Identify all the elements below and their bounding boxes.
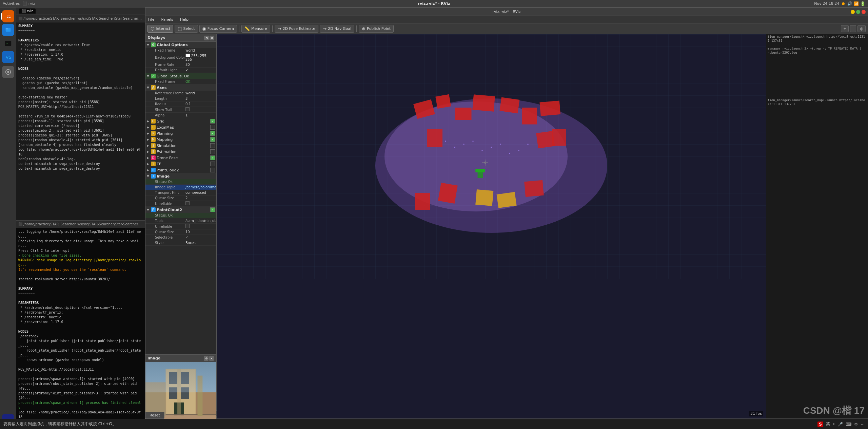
status-expand: ▼ bbox=[147, 74, 151, 78]
image-panel-undock[interactable]: ⎋ bbox=[204, 356, 209, 361]
toolbar-extra-3[interactable]: ◎ bbox=[857, 25, 866, 32]
toolbar-interact[interactable]: ⬡ Interact bbox=[147, 25, 173, 33]
cn-tool-keyboard[interactable]: ⌨ bbox=[846, 422, 851, 427]
panel-close[interactable]: × bbox=[210, 36, 214, 40]
cn-tool-more[interactable]: ⋯ bbox=[861, 422, 865, 427]
toolbar-nav-goal[interactable]: → 2D Nav Goal bbox=[320, 25, 354, 33]
dock-icon-firefox[interactable]: 🦊 bbox=[2, 10, 14, 22]
axes-header[interactable]: ▼ A Axes bbox=[145, 85, 216, 91]
image-row[interactable]: ▼ I Image bbox=[145, 173, 216, 179]
pc2-status-prop[interactable]: Status: Ok bbox=[145, 213, 216, 218]
maximize-button[interactable] bbox=[856, 10, 860, 14]
terminal-tab-1[interactable]: ⬛ rviz bbox=[19, 8, 36, 14]
terminal1-path: ⬛ /home/practice/STAR_Searcher_ws/src/ST… bbox=[18, 17, 143, 20]
simulation-check[interactable] bbox=[210, 143, 215, 148]
dock-icon-terminal[interactable]: >_ bbox=[2, 37, 14, 50]
grid-check[interactable]: ✓ bbox=[210, 119, 215, 124]
pc2-selectable-prop[interactable]: Selectable ✓ bbox=[145, 235, 216, 240]
global-options-header[interactable]: ▼ G Global Options bbox=[145, 42, 216, 48]
displays-content[interactable]: ▼ G Global Options Fixed Frame world Bac… bbox=[145, 42, 216, 408]
mapping-row[interactable]: ▶ M Mapping ✓ bbox=[145, 136, 216, 143]
pc2-check-2[interactable]: ✓ bbox=[210, 207, 215, 212]
cn-tool-s[interactable]: S bbox=[817, 422, 823, 427]
cn-tool-en[interactable]: 英 bbox=[826, 421, 830, 427]
toolbar-measure[interactable]: 📏 Measure bbox=[241, 25, 270, 33]
pointcloud2-row-2[interactable]: ▼ P PointCloud2 ✓ bbox=[145, 207, 216, 213]
mapping-check[interactable]: ✓ bbox=[210, 137, 215, 142]
3d-viewport[interactable]: 31 fps bbox=[217, 34, 766, 418]
publish-icon: ⊕ bbox=[362, 26, 366, 31]
show-trail-prop[interactable]: Show Trail bbox=[145, 107, 216, 113]
planning-row[interactable]: ▶ P Planning ✓ bbox=[145, 130, 216, 136]
estimation-check[interactable] bbox=[210, 149, 215, 154]
dock-icon-system[interactable] bbox=[2, 66, 14, 78]
pc2-style-prop[interactable]: Style Boxes bbox=[145, 240, 216, 246]
panel-undock[interactable]: ⎋ bbox=[204, 36, 209, 40]
svg-rect-27 bbox=[145, 362, 216, 392]
global-status-row[interactable]: ▼ ✓ Global Status: Ok bbox=[145, 73, 216, 79]
background-color-prop[interactable]: Background Color 255; 255; 255 bbox=[145, 53, 216, 62]
planning-icon: P bbox=[151, 131, 156, 136]
default-light-prop[interactable]: Default Light ✓ bbox=[145, 68, 216, 73]
tf-check[interactable] bbox=[210, 162, 215, 166]
cn-tool-settings[interactable]: ⚙ bbox=[854, 422, 858, 427]
pc2-topic-prop[interactable]: Topic /cam_lidar/min_obs... bbox=[145, 218, 216, 224]
svg-text:VS: VS bbox=[5, 55, 11, 60]
menu-panels[interactable]: Panels bbox=[160, 17, 174, 22]
nav-icon: → bbox=[323, 26, 327, 31]
dock-icon-files[interactable] bbox=[2, 24, 14, 36]
image-panel-title: Image bbox=[147, 356, 160, 360]
pointcloud2-row-1[interactable]: ▶ P PointCloud2 bbox=[145, 167, 216, 173]
status-icon: ✓ bbox=[151, 74, 156, 78]
drone-pose-row[interactable]: ▶ D Drone Pose ✓ bbox=[145, 155, 216, 161]
dock-icon-vscode[interactable]: VS bbox=[2, 51, 14, 63]
planning-check[interactable]: ✓ bbox=[210, 131, 215, 136]
reference-frame-prop[interactable]: Reference Frame world bbox=[145, 91, 216, 96]
frame-rate-prop[interactable]: Frame Rate 30 bbox=[145, 62, 216, 68]
length-prop[interactable]: Length 3 bbox=[145, 96, 216, 101]
estimation-row[interactable]: ▶ E Estimation bbox=[145, 149, 216, 155]
right-log-3: manager rviz.launch 2> >(grep -v TF_REPE… bbox=[768, 47, 866, 51]
localmap-row[interactable]: ▶ L LocalMap bbox=[145, 124, 216, 130]
pc2-unreliable-prop[interactable]: Unreliable bbox=[145, 224, 216, 229]
grid-label: Grid bbox=[157, 119, 210, 124]
image-panel-close[interactable]: × bbox=[209, 356, 214, 361]
transport-hint-prop[interactable]: Transport Hint compressed bbox=[145, 190, 216, 195]
toolbar-extra-1[interactable]: + bbox=[841, 25, 849, 32]
tf-row[interactable]: ▶ T TF bbox=[145, 161, 216, 167]
right-log-2 bbox=[768, 43, 866, 47]
pc2-check-1[interactable] bbox=[210, 168, 215, 172]
alpha-prop[interactable]: Alpha 1 bbox=[145, 113, 216, 118]
close-button[interactable] bbox=[862, 10, 866, 14]
radius-prop[interactable]: Radius 0.1 bbox=[145, 101, 216, 107]
cn-tool-mic[interactable]: 🎤 bbox=[838, 422, 843, 427]
toolbar-publish-point[interactable]: ⊕ Publish Point bbox=[359, 25, 394, 33]
localmap-check[interactable] bbox=[210, 125, 215, 130]
drone-check[interactable]: ✓ bbox=[210, 155, 215, 160]
term2-line-2: Checking log directory for disk usage. T… bbox=[18, 239, 143, 248]
image-status-prop[interactable]: Status: Ok bbox=[145, 179, 216, 185]
simulation-row[interactable]: ▶ S Simulation bbox=[145, 143, 216, 149]
unreliable-checkbox[interactable] bbox=[185, 201, 190, 205]
image-topic-prop[interactable]: Image Topic /camera/color/imag... bbox=[145, 185, 216, 190]
fixed-frame-prop[interactable]: Fixed Frame world bbox=[145, 48, 216, 53]
right-log-13 bbox=[768, 87, 866, 91]
pc-dot-1 bbox=[445, 141, 446, 142]
toolbar-extra-2[interactable]: - bbox=[850, 25, 856, 32]
show-trail-checkbox[interactable] bbox=[185, 107, 190, 111]
pc2-queue-prop[interactable]: Queue Size 10 bbox=[145, 229, 216, 235]
grid-row[interactable]: ▶ G Grid ✓ bbox=[145, 118, 216, 124]
gold-block-2 bbox=[497, 192, 517, 208]
menu-file[interactable]: File bbox=[147, 17, 156, 22]
pc2-unreliable-cb[interactable] bbox=[185, 224, 190, 228]
menu-help[interactable]: Help bbox=[179, 17, 190, 22]
toolbar-focus-camera[interactable]: ◉ Focus Camera bbox=[199, 25, 237, 33]
unreliable-prop[interactable]: Unreliable bbox=[145, 201, 216, 207]
minimize-button[interactable] bbox=[851, 10, 855, 14]
queue-size-prop[interactable]: Queue Size 2 bbox=[145, 195, 216, 201]
activities-label[interactable]: Activities bbox=[3, 1, 20, 6]
fixed-frame-status-prop[interactable]: Fixed Frame OK bbox=[145, 79, 216, 85]
toolbar-2d-pose[interactable]: → 2D Pose Estimate bbox=[275, 25, 318, 33]
reset-button[interactable]: Reset bbox=[145, 412, 164, 419]
toolbar-select[interactable]: ⬚ Select bbox=[175, 25, 198, 33]
